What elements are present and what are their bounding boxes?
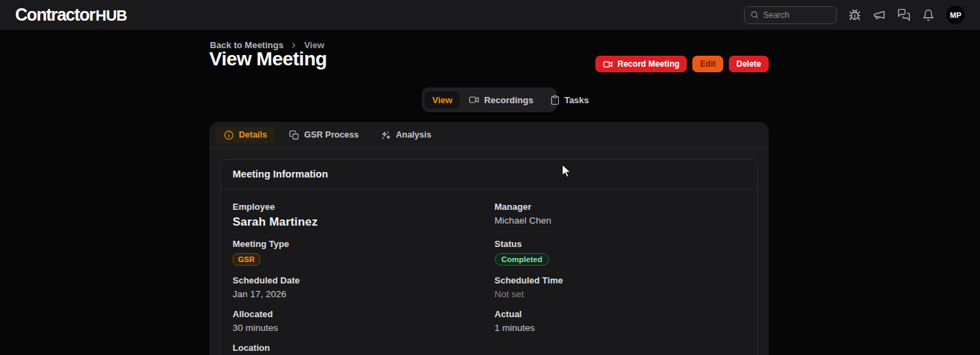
- field-status: Status Completed: [489, 239, 746, 266]
- chat-icon[interactable]: [897, 8, 910, 21]
- subtab-details[interactable]: Details: [215, 127, 275, 144]
- meeting-tabbar: View Recordings Tasks: [422, 87, 557, 112]
- field-label: Actual: [495, 309, 746, 319]
- field-empty: [489, 343, 746, 355]
- search-icon: [750, 10, 759, 19]
- page-title: View Meeting: [209, 47, 327, 72]
- search-input[interactable]: [763, 10, 825, 20]
- field-value: Sarah Martinez: [233, 215, 489, 229]
- meeting-detail-panel: Details GSR Process Analysis Meeting Inf…: [209, 122, 769, 355]
- field-value: Jan 17, 2026: [233, 289, 489, 299]
- subtab-analysis[interactable]: Analysis: [372, 127, 439, 144]
- tab-view-label: View: [432, 95, 452, 105]
- field-scheduled-date: Scheduled Date Jan 17, 2026: [233, 275, 489, 299]
- meeting-information-card: Meeting Information Employee Sarah Marti…: [220, 159, 758, 355]
- field-label: Allocated: [233, 309, 489, 319]
- subtab-analysis-label: Analysis: [396, 130, 431, 140]
- edit-button[interactable]: Edit: [692, 56, 723, 72]
- megaphone-icon[interactable]: [873, 8, 886, 21]
- field-label: Status: [495, 239, 746, 249]
- delete-button[interactable]: Delete: [729, 56, 769, 72]
- card-body: Employee Sarah Martinez Manager Michael …: [221, 189, 757, 355]
- subtab-gsr-process[interactable]: GSR Process: [281, 127, 367, 144]
- info-icon: [224, 130, 234, 140]
- sparkles-icon: [381, 130, 391, 140]
- field-label: Location: [233, 343, 489, 353]
- field-value: 30 minutes: [233, 323, 489, 333]
- bell-icon[interactable]: [922, 9, 935, 21]
- record-meeting-label: Record Meeting: [617, 59, 679, 69]
- field-label: Meeting Type: [233, 239, 489, 249]
- tab-tasks-label: Tasks: [564, 95, 589, 105]
- logo-part-1: Contractor: [15, 5, 95, 25]
- tab-recordings-label: Recordings: [484, 95, 533, 105]
- record-meeting-button[interactable]: Record Meeting: [595, 56, 687, 72]
- field-label: Scheduled Time: [495, 275, 746, 286]
- field-actual: Actual 1 minutes: [489, 309, 746, 333]
- logo-part-2: HUB: [96, 7, 127, 25]
- field-location: Location: [233, 343, 489, 355]
- video-camera-icon: [469, 94, 480, 105]
- status-badge: Completed: [495, 253, 549, 266]
- field-label: Scheduled Date: [233, 275, 489, 286]
- bug-icon[interactable]: [849, 9, 861, 21]
- field-meeting-type: Meeting Type GSR: [233, 239, 489, 266]
- field-value: Not set: [495, 289, 746, 299]
- clipboard-icon: [550, 95, 560, 105]
- user-avatar[interactable]: MP: [946, 6, 965, 24]
- header-actions: Record Meeting Edit Delete: [595, 56, 769, 72]
- copy-icon: [289, 130, 299, 140]
- meeting-type-badge: GSR: [233, 253, 260, 266]
- video-camera-icon: [603, 59, 613, 69]
- field-value: Michael Chen: [495, 215, 746, 226]
- field-label: Employee: [233, 202, 489, 212]
- tab-view[interactable]: View: [425, 92, 460, 109]
- field-manager: Manager Michael Chen: [489, 202, 746, 229]
- detail-subtabs: Details GSR Process Analysis: [209, 122, 769, 149]
- tab-recordings[interactable]: Recordings: [461, 91, 541, 109]
- subtab-gsr-process-label: GSR Process: [304, 130, 359, 140]
- field-label: Manager: [495, 202, 746, 212]
- field-employee: Employee Sarah Martinez: [233, 202, 489, 229]
- top-navbar: ContractorHUB MP: [0, 0, 980, 30]
- tab-tasks[interactable]: Tasks: [542, 92, 597, 109]
- subtab-details-label: Details: [239, 130, 267, 140]
- field-value: 1 minutes: [495, 323, 746, 333]
- field-scheduled-time: Scheduled Time Not set: [489, 275, 746, 299]
- app-logo[interactable]: ContractorHUB: [15, 5, 127, 25]
- field-allocated: Allocated 30 minutes: [233, 309, 489, 333]
- card-title: Meeting Information: [221, 160, 757, 189]
- search-box[interactable]: [744, 6, 837, 24]
